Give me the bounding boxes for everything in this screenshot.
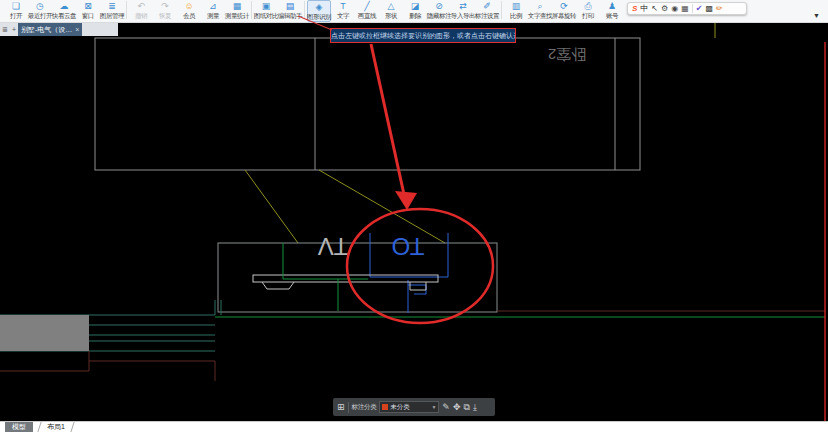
chinese-mode-icon[interactable]: 中 <box>640 2 648 15</box>
document-tab[interactable]: 别墅-电气（设… × <box>18 23 82 36</box>
sheet-tab-model[interactable]: 模型 <box>5 422 33 432</box>
wiring-green-lines <box>215 243 826 317</box>
ruler-icon: ⊿ <box>209 0 217 12</box>
scale-icon: ▥ <box>512 0 521 12</box>
toolbar-separator <box>251 1 252 19</box>
user-icon: ♟ <box>608 0 616 12</box>
ime-separator <box>692 4 693 13</box>
text-button[interactable]: T文字 <box>331 0 355 22</box>
cad-drawing: 卧室2 TV TO <box>0 23 828 421</box>
import-export-button[interactable]: ⇄导入导出 <box>451 0 475 22</box>
chevron-down-icon: ▼ <box>431 404 436 410</box>
search-icon: ⌕ <box>537 0 542 12</box>
pen-settings-icon: ✐ <box>483 0 491 12</box>
undo-icon: ↶ <box>137 0 145 12</box>
sheet-tab-bar: 模型 布局1 <box>0 421 828 432</box>
layers-icon: ≣ <box>108 0 116 12</box>
vip-member-button[interactable]: ☺会员 <box>177 0 201 22</box>
stats-icon: ▦ <box>233 0 242 12</box>
document-tab-title: 别墅-电气（设… <box>21 23 72 36</box>
layer-manager-button[interactable]: ≣图层管理 <box>100 0 124 22</box>
copy-annotation-icon[interactable]: ⧉ <box>463 398 469 416</box>
redo-button[interactable]: ↷恢复 <box>153 0 177 22</box>
sogou-logo-icon[interactable]: S <box>632 2 637 15</box>
measure-button[interactable]: ⊿测量 <box>201 0 225 22</box>
shapes-icon: △ <box>388 0 395 12</box>
scale-button[interactable]: ▥比例 <box>504 0 528 22</box>
open-folder-icon: ❏ <box>12 0 20 12</box>
drawing-canvas[interactable]: 卧室2 TV TO <box>0 23 828 421</box>
close-tab-icon[interactable]: × <box>75 23 79 36</box>
annbar-separator <box>348 402 349 413</box>
category-grid-icon[interactable]: ⊞ <box>337 398 345 416</box>
draw-line-button[interactable]: ╱画直线 <box>355 0 379 22</box>
drawing-compare-button[interactable]: ▣图纸对比 <box>254 0 278 22</box>
shapes-button[interactable]: △形状 <box>379 0 403 22</box>
rotate-icon: ⟳ <box>560 0 568 12</box>
recognition-icon: ◈ <box>316 1 323 13</box>
highlight-ellipse-annotation <box>347 209 493 323</box>
document-tab-strip: ≣ + 别墅-电气（设… × <box>0 23 118 36</box>
recent-open-button[interactable]: ◷最近打开 <box>28 0 52 22</box>
compare-icon: ▣ <box>262 0 271 12</box>
new-tab-icon[interactable]: + <box>12 23 16 36</box>
cloud-icon: ☁ <box>60 0 69 12</box>
shape-recognition-button[interactable]: ◈图形识别 <box>307 0 331 22</box>
eye-slash-icon: ⊘ <box>435 0 443 12</box>
sheet-tab-layout1[interactable]: 布局1 <box>37 422 74 432</box>
apps-grid-icon[interactable]: ▩ <box>705 2 713 15</box>
room-label-text: 卧室2 <box>548 46 586 63</box>
annotation-category-toolbar: ⊞ 标注分类 未分类 ▼ ✎ ✥ ⧉ ⤓ <box>333 398 495 416</box>
toolbar-separator <box>501 1 502 19</box>
text-search-button[interactable]: ⌕文字查找 <box>528 0 552 22</box>
document-icon: ▤ <box>286 0 295 12</box>
print-button[interactable]: ⎙打印 <box>576 0 600 22</box>
tv-label-text: TV <box>318 233 349 260</box>
settings-gear-icon[interactable]: ⚙ <box>661 2 668 15</box>
category-color-swatch <box>382 404 388 410</box>
edit-assistant-button[interactable]: ▤编辑助手 <box>278 0 302 22</box>
delete-button[interactable]: ◪删除 <box>403 0 427 22</box>
measure-stats-button[interactable]: ▦测量统计 <box>225 0 249 22</box>
hide-annotations-button[interactable]: ⊘隐藏标注 <box>427 0 451 22</box>
check-tool-icon[interactable]: ✔ <box>696 2 703 15</box>
toolbar-separator <box>304 1 305 19</box>
maroon-lines <box>0 311 826 381</box>
cloud-drive-button[interactable]: ☁快看云盘 <box>52 0 76 22</box>
category-label: 标注分类 <box>352 403 377 412</box>
toolbar-collapse-chevron-icon[interactable]: ▼ <box>813 12 820 19</box>
clock-icon: ◷ <box>36 0 44 12</box>
screen-rotate-button[interactable]: ⟳屏幕旋转 <box>552 0 576 22</box>
vip-badge-icon: ☺ <box>184 0 193 12</box>
brush-icon[interactable]: ✏ <box>716 2 723 15</box>
ime-toolbar: S 中 ↖ ⚙ ◉ ▦ ✔ ▩ ✏ <box>627 2 747 15</box>
category-dropdown[interactable]: 未分类 ▼ <box>379 401 439 413</box>
cursor-icon[interactable]: ↖ <box>651 2 658 15</box>
toolbar-separator <box>126 1 127 19</box>
app: { "toolbar": { "items": [ {"label":"打开",… <box>0 0 828 432</box>
gray-filled-block <box>0 315 89 351</box>
to-label-text: TO <box>392 233 425 260</box>
keyboard-icon[interactable]: ▦ <box>681 2 689 15</box>
hint-tooltip: 点击左键或拉框继续选择要识别的图形，或者点击右键确认选择 <box>330 28 516 43</box>
account-button[interactable]: ♟账号 <box>600 0 624 22</box>
mic-icon[interactable]: ◉ <box>671 2 678 15</box>
category-selected-value: 未分类 <box>390 403 429 412</box>
redo-icon: ↷ <box>161 0 169 12</box>
window-icon: ⊠ <box>84 0 92 12</box>
arrows-icon: ⇄ <box>459 0 467 12</box>
undo-button[interactable]: ↶撤销 <box>129 0 153 22</box>
open-button[interactable]: ❏打开 <box>4 0 28 22</box>
pointer-arrow-annotation <box>371 44 417 210</box>
eraser-icon: ◪ <box>411 0 420 12</box>
annotation-settings-button[interactable]: ✐标注设置 <box>475 0 499 22</box>
edit-annotation-icon[interactable]: ✎ <box>442 398 450 416</box>
menu-icon[interactable]: ≣ <box>2 23 8 36</box>
printer-icon: ⎙ <box>584 0 591 12</box>
text-icon: T <box>340 0 346 12</box>
export-annotation-icon[interactable]: ⤓ <box>473 398 477 416</box>
line-icon: ╱ <box>364 0 369 12</box>
window-button[interactable]: ⊠窗口 <box>76 0 100 22</box>
furniture-block-outline <box>218 243 497 312</box>
move-annotation-icon[interactable]: ✥ <box>453 398 461 416</box>
